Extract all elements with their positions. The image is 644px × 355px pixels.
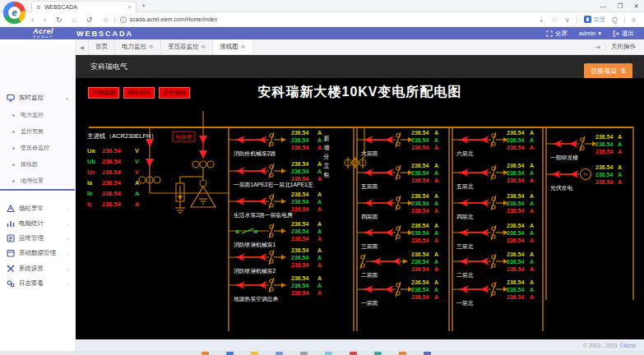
taskbar-app-sliver (325, 352, 332, 355)
new-tab-button[interactable]: + (141, 2, 146, 10)
copyright-text: © 2003 - 2019 (583, 343, 617, 348)
home-icon[interactable]: ⌂ (72, 16, 76, 24)
browser-logo-letter: e (8, 7, 21, 19)
svg-text:二层南: 二层南 (361, 272, 378, 278)
svg-text:A: A (530, 237, 534, 243)
taskbar-sliver (0, 351, 644, 355)
svg-text:A: A (434, 130, 438, 136)
svg-text:236.54: 236.54 (507, 259, 525, 265)
svg-text:236.54: 236.54 (291, 168, 309, 174)
sidebar-item-monitor-page[interactable]: 监控页面 (0, 125, 75, 138)
sidebar-group-base-data[interactable]: 基础数据管理 ‹ (0, 246, 75, 260)
dropdown-caret-icon[interactable]: ∨ (564, 16, 570, 24)
fullscreen-button[interactable]: 全屏 (546, 30, 568, 38)
history-icon[interactable]: ↺ (86, 16, 93, 24)
feeder-branch: 236.54A236.54A236.54A消防喷淋机械泵2 (229, 247, 322, 275)
sidebar-group-ops-mgmt[interactable]: 运维管理 ‹ (0, 231, 75, 246)
wiring-diagram-canvas: 主接线图 网络拓扑 历史曲线 安科瑞新大楼10KV变电所配电图 主进线（ACR2… (76, 78, 644, 339)
logout-button[interactable]: 退出 (613, 30, 634, 38)
feeder-branch: 236.54A236.54A236.54A三层北 (452, 223, 534, 251)
close-button[interactable]: ✕ (633, 2, 639, 10)
network-topology-button[interactable]: 网络拓扑 (123, 87, 155, 99)
taskbar-app-sliver (276, 352, 283, 355)
svg-text:一层南: 一层南 (361, 300, 378, 306)
svg-text:一期研发楼: 一期研发楼 (550, 154, 578, 160)
sidebar-group-log-view[interactable]: 日志查看 ‹ (0, 276, 75, 291)
sidebar-item-geo-location[interactable]: 地理位置 (0, 174, 75, 187)
chevron-left-icon: ‹ (67, 206, 69, 211)
svg-text:A: A (530, 193, 534, 199)
svg-text:236.54: 236.54 (291, 176, 309, 182)
tab-close-icon[interactable]: ⊗ (201, 44, 206, 50)
svg-text:A: A (317, 168, 322, 174)
sidebar-item-wiring-diagram[interactable]: 接线图 (0, 158, 75, 171)
svg-text:A: A (530, 230, 534, 236)
forward-icon[interactable]: › (44, 16, 46, 24)
tab-close-icon[interactable]: × (127, 3, 132, 11)
reload-icon[interactable]: ↻ (56, 16, 63, 24)
back-icon[interactable]: ‹ (31, 16, 34, 24)
close-operations-button[interactable]: 关闭操作 (611, 43, 636, 51)
address-bar[interactable]: scada.acrel-eem.com/Home/Index (120, 16, 218, 23)
svg-text:236.54: 236.54 (411, 266, 429, 272)
menu-icon[interactable]: ≡ (632, 16, 636, 24)
feeder-branch: 236.54A236.54A236.54A六层北 (452, 130, 534, 158)
search-icon[interactable]: Q (612, 16, 618, 24)
sidebar-divider (0, 189, 75, 191)
measurement-row: Ub236.54V (87, 156, 157, 167)
browser-navbar: ‹ › ↻ ⌂ ↺ ☆ scada.acrel-eem.com/Home/Ind… (0, 12, 644, 27)
svg-text:236.54: 236.54 (507, 279, 525, 285)
tab-transformer-monitor[interactable]: 变压器监控⊗ (161, 39, 213, 54)
feeder-branch: 236.54A236.54A236.54A四层北 (452, 193, 534, 221)
user-menu[interactable]: admin▾ (579, 30, 601, 37)
tab-wiring-diagram[interactable]: 接线图⊗ (213, 39, 253, 54)
svg-text:生活水泵2路一层临电房: 生活水泵2路一层临电房 (234, 212, 293, 219)
svg-text:236.54: 236.54 (595, 134, 614, 140)
download-icon[interactable]: ⇣ (539, 16, 545, 24)
feeder-branch: «»236.54A236.54A236.54A消防喷淋机械泵1 (229, 221, 322, 249)
sidebar-group-station-alarm[interactable]: 场站异常 ‹ (0, 201, 75, 216)
svg-text:增: 增 (323, 145, 330, 151)
svg-text:236.54: 236.54 (507, 201, 525, 206)
maximize-button[interactable]: ❐ (617, 2, 623, 10)
svg-text:236.54: 236.54 (507, 170, 525, 176)
svg-text:A: A (317, 290, 322, 296)
bullet-icon (12, 164, 15, 166)
svg-text:A: A (434, 193, 438, 199)
tab-close-icon[interactable]: ⊗ (241, 44, 246, 50)
browser-tab[interactable]: ⊕ WEBSCADA × (31, 1, 137, 12)
main-wiring-button[interactable]: 主接线图 (88, 87, 119, 99)
tab-close-icon[interactable]: ⊗ (149, 44, 154, 50)
svg-text:236.54: 236.54 (595, 172, 614, 178)
favorite-icon[interactable]: ☆ (551, 16, 558, 24)
bookmark-star-icon[interactable]: ☆ (103, 16, 109, 24)
energy-stats-icon (7, 219, 15, 228)
expand-tabs-icon[interactable]: ⇥ (595, 44, 600, 51)
svg-text:236.54: 236.54 (507, 266, 525, 272)
sidebar-group-realtime[interactable]: 实时监控 ∨ (0, 90, 75, 105)
feeder-column: 236.54A236.54A236.54A一期研发楼~236.54A236.54… (546, 127, 633, 300)
sidebar-group-energy-stats[interactable]: 电能统计 ‹ (0, 216, 75, 231)
svg-text:236.54: 236.54 (291, 206, 309, 212)
svg-text:A: A (434, 201, 438, 206)
minimize-button[interactable]: — (600, 2, 606, 10)
svg-text:一层南1APE2右一层北1APE1左: 一层南1APE2右一层北1APE1左 (234, 182, 313, 188)
svg-text:A: A (618, 172, 622, 178)
divider (605, 44, 606, 51)
svg-text:236.54: 236.54 (507, 223, 525, 228)
sidebar-item-power-monitor[interactable]: 电力监控 (0, 108, 75, 122)
svg-text:236.54: 236.54 (507, 145, 525, 150)
tab-power-monitor[interactable]: 电力监控⊗ (115, 39, 161, 54)
svg-text:地源热泵空调总表: 地源热泵空调总表 (233, 296, 279, 302)
collapse-tabs-icon[interactable]: ◀ (76, 39, 89, 54)
bullet-icon (12, 131, 15, 133)
sidebar-item-transformer[interactable]: 变压器监控 (0, 141, 75, 154)
tab-home[interactable]: 首页 (89, 39, 115, 54)
search-engine-chip[interactable]: 百度 (584, 16, 605, 24)
switch-project-button[interactable]: 切换项目⇅ (584, 63, 632, 79)
svg-text:A: A (530, 223, 534, 228)
url-text[interactable]: scada.acrel-eem.com/Home/Index (130, 16, 218, 22)
history-curve-button[interactable]: 历史曲线 (159, 87, 190, 99)
alarm-icon (7, 205, 15, 213)
sidebar-group-system-settings[interactable]: 系统设置 ‹ (0, 261, 75, 276)
